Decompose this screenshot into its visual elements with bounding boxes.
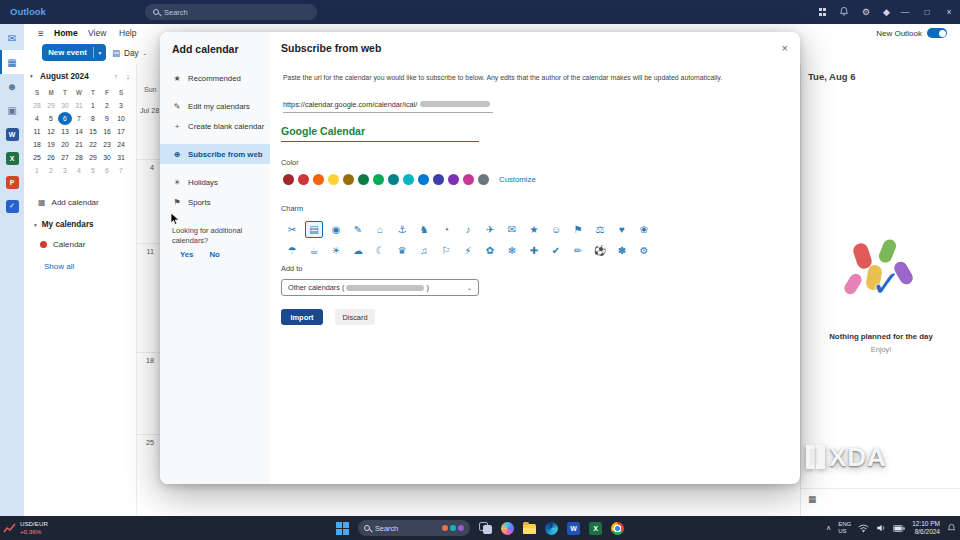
- view-selector[interactable]: ▤ Day ⌄: [108, 45, 151, 61]
- mini-calendar-day[interactable]: 17: [114, 125, 128, 138]
- rail-mail[interactable]: ✉: [0, 26, 24, 50]
- previous-month-icon[interactable]: ↑: [110, 73, 122, 80]
- notebook-charm-icon[interactable]: ▤: [305, 221, 323, 238]
- rail-people[interactable]: ☻: [0, 74, 24, 98]
- color-swatch[interactable]: [448, 174, 459, 185]
- rail-powerpoint[interactable]: P: [0, 170, 24, 194]
- color-swatch[interactable]: [403, 174, 414, 185]
- mini-calendar-day[interactable]: 31: [72, 99, 86, 112]
- rail-calendar[interactable]: ▦: [0, 50, 24, 74]
- color-swatch[interactable]: [343, 174, 354, 185]
- mini-calendar-day[interactable]: 19: [44, 138, 58, 151]
- rail-excel[interactable]: X: [0, 146, 24, 170]
- dialog-nav-recommended[interactable]: ★Recommended: [160, 68, 270, 88]
- home-charm-icon[interactable]: ⌂: [371, 221, 389, 238]
- maximize-button[interactable]: □: [916, 0, 938, 24]
- airplane-charm-icon[interactable]: ✈: [481, 221, 499, 238]
- mini-calendar-month-label[interactable]: August 2024: [40, 72, 110, 81]
- medical-cross-charm-icon[interactable]: ✚: [525, 242, 543, 259]
- mini-calendar-day[interactable]: 5: [86, 164, 100, 177]
- mini-calendar-day[interactable]: 8: [86, 112, 100, 125]
- mini-calendar-day[interactable]: 3: [114, 99, 128, 112]
- mini-calendar-day[interactable]: 2: [44, 164, 58, 177]
- color-swatch[interactable]: [418, 174, 429, 185]
- color-swatch[interactable]: [313, 174, 324, 185]
- clock[interactable]: 12:10 PM 8/6/2024: [912, 520, 940, 536]
- hamburger-menu-icon[interactable]: ≡: [38, 28, 44, 39]
- mini-calendar-day[interactable]: 27: [58, 151, 72, 164]
- customize-link[interactable]: Customize: [499, 175, 536, 184]
- chevron-down-icon[interactable]: ▾: [94, 50, 106, 56]
- color-swatch[interactable]: [298, 174, 309, 185]
- word-taskbar-icon[interactable]: W: [567, 522, 580, 535]
- start-button[interactable]: [336, 522, 349, 535]
- mini-calendar-day[interactable]: 25: [30, 151, 44, 164]
- music-notes-charm-icon[interactable]: ♫: [415, 242, 433, 259]
- mini-calendar-day[interactable]: 10: [114, 112, 128, 125]
- mini-calendar-day[interactable]: 22: [86, 138, 100, 151]
- search-box[interactable]: Search: [145, 4, 317, 20]
- color-swatch[interactable]: [463, 174, 474, 185]
- new-outlook-toggle[interactable]: [927, 28, 947, 38]
- month-cell-date[interactable]: 4: [142, 163, 154, 172]
- add-calendar-link[interactable]: ▦ Add calendar: [38, 198, 99, 207]
- clock-charm-icon[interactable]: ◔: [437, 221, 455, 238]
- minimize-button[interactable]: —: [894, 0, 916, 24]
- color-swatch[interactable]: [433, 174, 444, 185]
- mini-calendar-day[interactable]: 15: [86, 125, 100, 138]
- month-cell-date[interactable]: 11: [142, 247, 154, 256]
- scissors-charm-icon[interactable]: ✂: [283, 221, 301, 238]
- soccer-ball-charm-icon[interactable]: ⚽: [591, 242, 609, 259]
- discard-button[interactable]: Discard: [335, 309, 375, 325]
- import-button[interactable]: Import: [281, 309, 323, 325]
- heart-charm-icon[interactable]: ♥: [613, 221, 631, 238]
- moon-charm-icon[interactable]: ☾: [371, 242, 389, 259]
- mini-calendar-day[interactable]: 16: [100, 125, 114, 138]
- close-button[interactable]: ×: [938, 0, 960, 24]
- mini-calendar-day[interactable]: 14: [72, 125, 86, 138]
- month-cell-date[interactable]: 25: [142, 438, 154, 447]
- white-flag-charm-icon[interactable]: ⚐: [437, 242, 455, 259]
- color-swatch[interactable]: [478, 174, 489, 185]
- mini-calendar-day[interactable]: 2: [100, 99, 114, 112]
- dialog-nav-create-blank-calendar[interactable]: +Create blank calendar: [160, 116, 270, 136]
- scales-charm-icon[interactable]: ⚖: [591, 221, 609, 238]
- app-name[interactable]: Outlook: [10, 0, 46, 24]
- file-explorer-icon[interactable]: [523, 524, 536, 534]
- dialog-nav-edit-my-calendars[interactable]: ✎Edit my calendars: [160, 96, 270, 116]
- mini-calendar-day[interactable]: 4: [30, 112, 44, 125]
- dialog-nav-subscribe-from-web[interactable]: ⊕Subscribe from web: [160, 144, 270, 164]
- new-event-button[interactable]: New event ▾: [42, 44, 106, 61]
- flower-charm-icon[interactable]: ❀: [635, 221, 653, 238]
- color-swatch[interactable]: [328, 174, 339, 185]
- copilot-icon[interactable]: [501, 522, 514, 535]
- camera-charm-icon[interactable]: ◉: [327, 221, 345, 238]
- wifi-icon[interactable]: [858, 524, 869, 533]
- cloud-charm-icon[interactable]: ☁: [349, 242, 367, 259]
- notification-bell-icon[interactable]: [947, 523, 956, 533]
- mini-calendar-day[interactable]: 4: [72, 164, 86, 177]
- mini-calendar-day[interactable]: 30: [100, 151, 114, 164]
- taskbar-search[interactable]: Search: [358, 520, 470, 536]
- mini-calendar-day[interactable]: 3: [58, 164, 72, 177]
- mini-calendar-day[interactable]: 29: [86, 151, 100, 164]
- notifications-bell-icon[interactable]: [839, 6, 849, 19]
- lightning-charm-icon[interactable]: ⚡: [459, 242, 477, 259]
- color-swatch[interactable]: [388, 174, 399, 185]
- sparkle-charm-icon[interactable]: ✽: [613, 242, 631, 259]
- gear-charm-icon[interactable]: ⚙: [635, 242, 653, 259]
- music-note-charm-icon[interactable]: ♪: [459, 221, 477, 238]
- mini-calendar-day[interactable]: 20: [58, 138, 72, 151]
- smiley-charm-icon[interactable]: ☺: [547, 221, 565, 238]
- color-swatch[interactable]: [358, 174, 369, 185]
- tab-view[interactable]: View: [88, 28, 106, 38]
- tray-chevron-icon[interactable]: ∧: [826, 524, 831, 532]
- pencil-2-charm-icon[interactable]: ✏: [569, 242, 587, 259]
- widgets-button[interactable]: USD/EUR +0.36%: [3, 518, 48, 538]
- tab-help[interactable]: Help: [119, 28, 136, 38]
- checkmark-charm-icon[interactable]: ✔: [547, 242, 565, 259]
- dialog-nav-sports[interactable]: ⚑Sports: [160, 192, 270, 212]
- coffee-charm-icon[interactable]: ☕: [305, 242, 323, 259]
- edge-browser-icon[interactable]: [545, 522, 558, 535]
- mini-calendar-day[interactable]: 6: [100, 164, 114, 177]
